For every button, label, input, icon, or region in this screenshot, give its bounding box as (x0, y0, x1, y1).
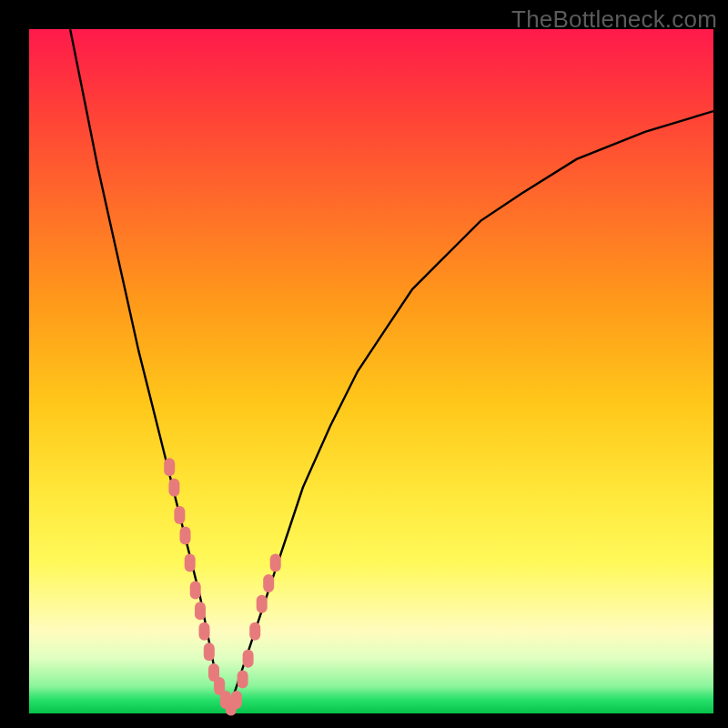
highlight-marker (204, 642, 215, 661)
highlight-marker (164, 458, 175, 476)
highlight-marker (231, 691, 242, 709)
highlight-marker (174, 506, 185, 524)
highlight-marker (185, 554, 196, 572)
highlight-marker (243, 650, 254, 668)
highlight-marker (199, 622, 210, 641)
highlight-marker (263, 574, 274, 592)
highlight-marker (168, 479, 179, 497)
plot-area (29, 29, 713, 713)
chart-frame: TheBottleneck.com (0, 0, 728, 728)
highlight-marker (257, 595, 268, 613)
highlight-marker (270, 554, 281, 572)
bottleneck-curve (70, 29, 713, 707)
highlight-marker (249, 622, 260, 641)
highlight-marker (180, 527, 191, 545)
watermark-text: TheBottleneck.com (511, 5, 717, 34)
highlight-marker (195, 602, 206, 620)
highlight-marker (238, 670, 248, 688)
highlight-marker (190, 581, 201, 600)
marker-group (164, 458, 281, 715)
curve-svg (29, 29, 713, 713)
